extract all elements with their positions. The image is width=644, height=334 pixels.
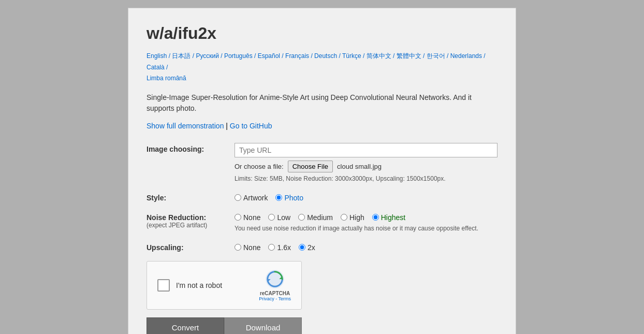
limits-text: Limits: Size: 5MB, Noise Reduction: 3000… <box>235 175 497 182</box>
upscaling-label: Upscaling: <box>147 241 235 252</box>
noise-reduction-main-label: Noise Reduction: <box>147 213 235 222</box>
noise-low-option[interactable]: Low <box>268 213 290 222</box>
upscaling-none-label: None <box>243 243 260 252</box>
lang-spanish[interactable]: Español <box>258 52 280 60</box>
language-bar: English / 日本語 / Русский / Português / Es… <box>147 51 497 84</box>
noise-reduction-sublabel: (expect JPEG artifact) <box>147 222 235 229</box>
captcha-links: Privacy - Terms <box>259 296 291 301</box>
upscaling-16x-label: 1.6x <box>277 243 290 252</box>
lang-german[interactable]: Deutsch <box>314 52 337 60</box>
lang-turkish[interactable]: Türkçe <box>342 52 361 60</box>
noise-none-option[interactable]: None <box>235 213 260 222</box>
lang-simplified-chinese[interactable]: 简体中文 <box>367 52 391 60</box>
captcha-right: reCAPTCHA Privacy - Terms <box>259 269 291 301</box>
file-name: cloud small.jpg <box>337 163 382 170</box>
noise-none-label: None <box>243 213 260 222</box>
upscaling-2x-label: 2x <box>308 243 315 252</box>
upscaling-2x-option[interactable]: 2x <box>299 243 315 252</box>
site-title: w/a/ifu2x <box>147 24 497 43</box>
style-row: Style: Artwork Photo <box>147 192 497 202</box>
noise-note: You need use noise reduction if image ac… <box>235 225 497 232</box>
style-photo-label: Photo <box>284 194 303 202</box>
captcha-checkbox[interactable] <box>157 279 170 292</box>
image-choosing-row: Image choosing: Or choose a file: Choose… <box>147 143 497 182</box>
noise-low-radio[interactable] <box>268 214 275 221</box>
noise-highest-radio[interactable] <box>372 214 379 221</box>
captcha-brand: reCAPTCHA <box>259 291 291 296</box>
style-photo-radio[interactable] <box>275 194 282 201</box>
upscaling-16x-option[interactable]: 1.6x <box>268 243 290 252</box>
lang-russian[interactable]: Русский <box>196 52 219 60</box>
noise-reduction-label: Noise Reduction: (expect JPEG artifact) <box>147 211 235 229</box>
github-link[interactable]: Go to GitHub <box>230 122 272 130</box>
lang-traditional-chinese[interactable]: 繁體中文 <box>397 52 421 60</box>
upscaling-2x-radio[interactable] <box>299 244 305 251</box>
style-artwork-label: Artwork <box>243 194 268 202</box>
recaptcha-icon <box>265 269 285 289</box>
lang-korean[interactable]: 한국어 <box>427 52 445 60</box>
noise-medium-option[interactable]: Medium <box>298 213 333 222</box>
demo-links: Show full demonstration | Go to GitHub <box>147 122 497 130</box>
noise-none-radio[interactable] <box>235 214 241 221</box>
upscaling-none-option[interactable]: None <box>235 243 260 252</box>
or-choose-label: Or choose a file: <box>235 163 284 170</box>
noise-medium-radio[interactable] <box>298 214 305 221</box>
convert-button[interactable]: Convert <box>147 317 224 334</box>
noise-radio-group: None Low Medium High Highest <box>235 211 497 222</box>
noise-high-option[interactable]: High <box>341 213 364 222</box>
upscaling-16x-radio[interactable] <box>268 244 275 251</box>
show-demo-link[interactable]: Show full demonstration <box>147 122 224 130</box>
noise-high-radio[interactable] <box>341 214 347 221</box>
style-label: Style: <box>147 192 235 202</box>
style-controls: Artwork Photo <box>235 192 497 202</box>
noise-high-label: High <box>349 213 364 222</box>
upscaling-row: Upscaling: None 1.6x 2x <box>147 241 497 252</box>
lang-french[interactable]: Français <box>285 52 309 60</box>
noise-low-label: Low <box>277 213 290 222</box>
lang-dutch[interactable]: Nederlands <box>450 52 482 60</box>
noise-medium-label: Medium <box>307 213 333 222</box>
style-photo-option[interactable]: Photo <box>275 194 303 202</box>
lang-japanese[interactable]: 日本語 <box>172 52 191 60</box>
file-chooser-row: Or choose a file: Choose File cloud smal… <box>235 161 497 172</box>
noise-highest-option[interactable]: Highest <box>372 213 405 222</box>
noise-reduction-controls: None Low Medium High Highest <box>235 211 497 232</box>
image-choosing-controls: Or choose a file: Choose File cloud smal… <box>235 143 497 182</box>
noise-reduction-row: Noise Reduction: (expect JPEG artifact) … <box>147 211 497 232</box>
description: Single-Image Super-Resolution for Anime-… <box>147 92 497 114</box>
url-input[interactable] <box>235 143 497 157</box>
captcha-container: I'm not a robot reCAPTCHA Privacy - Term… <box>147 261 302 310</box>
captcha-label: I'm not a robot <box>176 281 222 289</box>
lang-catalan[interactable]: Català <box>147 64 165 71</box>
download-button[interactable]: Download <box>224 317 302 334</box>
lang-romanian[interactable]: Limba română <box>147 75 186 82</box>
lang-portuguese[interactable]: Português <box>224 52 253 60</box>
choose-file-button[interactable]: Choose File <box>288 161 333 172</box>
buttons-row: Convert Download <box>147 317 302 334</box>
noise-highest-label: Highest <box>381 213 405 222</box>
image-choosing-label: Image choosing: <box>147 143 235 153</box>
upscaling-controls: None 1.6x 2x <box>235 241 497 252</box>
upscaling-none-radio[interactable] <box>235 244 241 251</box>
lang-english[interactable]: English <box>147 52 167 60</box>
style-artwork-option[interactable]: Artwork <box>235 194 268 202</box>
main-panel: w/a/ifu2x English / 日本語 / Русский / Port… <box>128 8 516 334</box>
captcha-left: I'm not a robot <box>157 279 222 292</box>
style-artwork-radio[interactable] <box>235 194 241 201</box>
